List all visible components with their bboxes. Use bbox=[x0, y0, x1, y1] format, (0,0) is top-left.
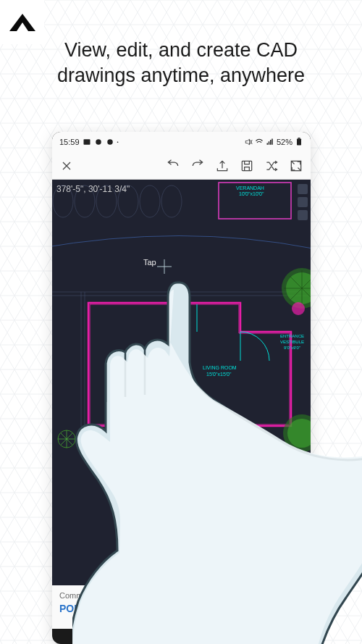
headline-line2: drawings anytime, anywhere bbox=[0, 63, 362, 88]
command-keyword: POLYLINE bbox=[59, 603, 109, 614]
battery-icon bbox=[295, 138, 303, 146]
undo-icon[interactable] bbox=[166, 159, 180, 173]
signal-icon bbox=[266, 138, 274, 146]
svg-point-10 bbox=[75, 185, 95, 217]
sync-icon bbox=[94, 138, 103, 146]
tap-hint-label: Tap bbox=[143, 258, 156, 267]
bush bbox=[58, 430, 75, 448]
headline-line1: View, edit, and create CAD bbox=[0, 38, 362, 63]
tree bbox=[283, 414, 311, 452]
bush bbox=[130, 430, 148, 448]
close-icon[interactable] bbox=[59, 159, 74, 173]
entrance-label: ENTRANCE bbox=[280, 334, 304, 338]
phone-mockup: 15:59 • 52% 378'-5", 30'-11 3/4 bbox=[52, 132, 311, 644]
verandah-label: VERANDAH bbox=[236, 185, 264, 191]
bush bbox=[101, 430, 119, 448]
entrance-label2: VESTIBULE bbox=[280, 340, 304, 344]
app-toolbar bbox=[52, 152, 311, 180]
command-history: Command: _PLINE bbox=[59, 591, 303, 600]
shuffle-icon[interactable] bbox=[264, 159, 279, 173]
save-icon[interactable] bbox=[240, 159, 254, 173]
expand-icon[interactable] bbox=[289, 159, 303, 173]
entrance-dim: 9'0"x9'0" bbox=[284, 346, 300, 350]
svg-point-9 bbox=[53, 185, 73, 217]
photo-icon bbox=[83, 138, 91, 146]
drawing-svg: VERANDAH 10'0"x10'0" LIVING ROOM 15'0"x1… bbox=[52, 180, 311, 585]
battery-percent: 52% bbox=[277, 138, 292, 146]
status-time: 15:59 bbox=[59, 138, 80, 146]
status-dot: • bbox=[117, 140, 119, 144]
svg-rect-6 bbox=[298, 138, 300, 139]
android-status-bar: 15:59 • 52% bbox=[52, 132, 311, 152]
command-prompt: Specify start po… bbox=[111, 603, 192, 614]
svg-rect-4 bbox=[107, 139, 113, 145]
svg-point-11 bbox=[96, 185, 117, 217]
svg-point-14 bbox=[161, 185, 182, 217]
share-icon[interactable] bbox=[215, 159, 230, 173]
svg-point-13 bbox=[140, 185, 160, 217]
marketing-headline: View, edit, and create CAD drawings anyt… bbox=[0, 38, 362, 88]
verandah-dim: 10'0"x10'0" bbox=[239, 191, 264, 196]
svg-point-12 bbox=[118, 185, 138, 217]
wifi-icon bbox=[255, 138, 264, 146]
living-dim: 15'0"x15'0" bbox=[206, 372, 232, 377]
command-bar[interactable]: Command: _PLINE POLYLINE Specify start p… bbox=[52, 585, 311, 629]
svg-rect-7 bbox=[242, 161, 251, 170]
mute-icon bbox=[244, 138, 253, 146]
living-label: LIVING ROOM bbox=[203, 365, 237, 370]
svg-rect-2 bbox=[83, 139, 90, 145]
app-status-icon bbox=[106, 138, 114, 146]
drawing-canvas[interactable]: 378'-5", 30'-11 3/4" VERANDAH 10'0"x10'0… bbox=[52, 180, 311, 585]
svg-point-3 bbox=[96, 139, 101, 145]
redo-icon[interactable] bbox=[190, 159, 205, 173]
bush-pink bbox=[292, 302, 305, 315]
svg-rect-5 bbox=[297, 139, 301, 146]
